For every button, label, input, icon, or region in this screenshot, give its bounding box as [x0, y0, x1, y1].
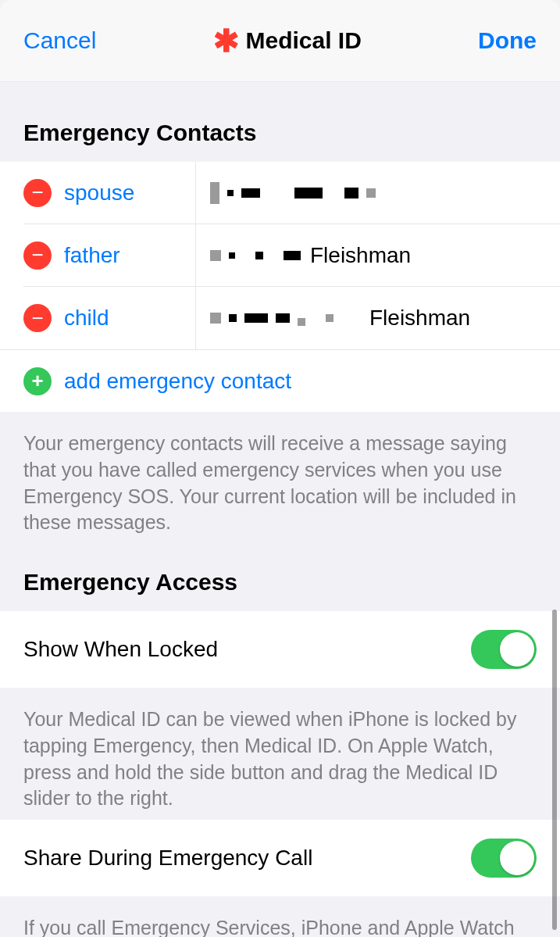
contact-row[interactable]: − spouse — [0, 162, 560, 224]
redacted-name — [210, 250, 301, 261]
contact-surname: Fleishman — [369, 306, 470, 331]
title-text: Medical ID — [246, 27, 362, 54]
show-when-locked-toggle[interactable] — [471, 630, 537, 669]
delete-icon[interactable]: − — [23, 241, 52, 270]
delete-icon[interactable]: − — [23, 304, 52, 332]
share-during-call-label: Share During Emergency Call — [23, 846, 312, 871]
delete-icon[interactable]: − — [23, 179, 52, 207]
scrollbar[interactable] — [552, 610, 557, 930]
share-during-call-footer: If you call Emergency Services, iPhone a… — [0, 896, 560, 937]
relation-label[interactable]: father — [64, 243, 120, 268]
share-during-call-row: Share During Emergency Call — [0, 820, 560, 896]
navbar: Cancel ✱ Medical ID Done — [0, 0, 560, 82]
relation-label[interactable]: spouse — [64, 181, 134, 206]
emergency-contacts-list: − spouse − father — [0, 162, 560, 349]
add-label: add emergency contact — [64, 369, 291, 394]
show-when-locked-footer: Your Medical ID can be viewed when iPhon… — [0, 688, 560, 820]
contact-row[interactable]: − father Fleishman — [0, 224, 560, 287]
show-when-locked-label: Show When Locked — [23, 637, 218, 662]
show-when-locked-row: Show When Locked — [0, 611, 560, 688]
contact-row[interactable]: − child Fleishman — [0, 287, 560, 349]
add-emergency-contact-button[interactable]: + add emergency contact — [0, 349, 560, 412]
relation-label[interactable]: child — [64, 306, 109, 331]
contact-name — [195, 162, 560, 224]
contact-surname: Fleishman — [310, 243, 411, 268]
emergency-contacts-footer: Your emergency contacts will receive a m… — [0, 412, 560, 544]
plus-icon: + — [23, 367, 52, 395]
emergency-access-header: Emergency Access — [0, 544, 560, 611]
cancel-button[interactable]: Cancel — [23, 27, 96, 54]
redacted-name — [210, 310, 360, 326]
share-footer-text: If you call Emergency Services, iPhone a… — [23, 917, 515, 937]
page-title: ✱ Medical ID — [213, 27, 362, 54]
share-during-call-toggle[interactable] — [471, 839, 537, 878]
done-button[interactable]: Done — [478, 27, 537, 54]
contact-name: Fleishman — [195, 224, 560, 287]
redacted-name — [210, 182, 376, 204]
emergency-contacts-header: Emergency Contacts — [0, 82, 560, 162]
contact-name: Fleishman — [195, 287, 560, 349]
